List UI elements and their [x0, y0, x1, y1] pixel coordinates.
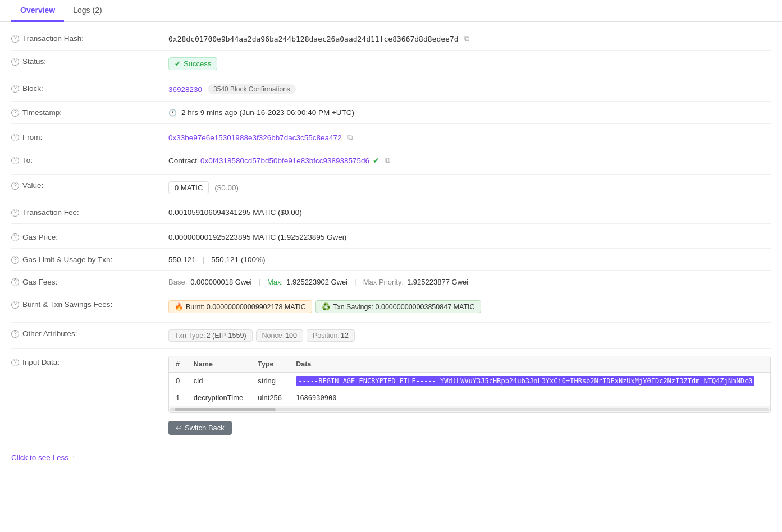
position-key: Position: — [313, 332, 340, 340]
burnt-badge: 🔥 Burnt: 0.000000000009902178 MATIC — [168, 300, 312, 313]
row-gas-fees: ? Gas Fees: Base: 0.000000018 Gwei | Max… — [11, 271, 771, 293]
click-less-toggle[interactable]: Click to see Less ↑ — [11, 442, 771, 462]
label-gas-price: ? Gas Price: — [11, 233, 168, 241]
from-address-link[interactable]: 0x33be97e6e15301988e3f326bb7dac3c55c8ea4… — [168, 134, 342, 142]
position-value: 12 — [341, 332, 349, 340]
transaction-fee-value: 0.001059106094341295 MATIC ($0.00) — [168, 208, 302, 217]
label-status: ? Status: — [11, 57, 168, 66]
help-icon-gas-fees[interactable]: ? — [11, 278, 19, 286]
help-icon-gas-limit[interactable]: ? — [11, 256, 19, 264]
label-gas-fees: ? Gas Fees: — [11, 278, 168, 286]
block-confirmations-badge: 3540 Block Confirmations — [208, 84, 296, 94]
savings-badge: ♻️ Txn Savings: 0.000000000003850847 MAT… — [315, 300, 481, 313]
help-icon-timestamp[interactable]: ? — [11, 109, 19, 117]
row-transaction-fee: ? Transaction Fee: 0.001059106094341295 … — [11, 201, 771, 224]
table-header-row: # Name Type Data — [169, 356, 770, 373]
col-header-type: Type — [251, 356, 289, 373]
tabs-bar: Overview Logs (2) — [0, 0, 782, 22]
gas-limit-value: 550,121 — [168, 255, 196, 264]
help-icon-transaction-fee[interactable]: ? — [11, 209, 19, 217]
help-icon-status[interactable]: ? — [11, 58, 19, 66]
burnt-label: Burnt: 0.000000000009902178 MATIC — [186, 303, 306, 311]
label-transaction-fee: ? Transaction Fee: — [11, 208, 168, 217]
burnt-icon: 🔥 — [175, 302, 184, 311]
cell-index-0: 0 — [169, 373, 187, 389]
col-header-name: Name — [187, 356, 251, 373]
savings-label: Txn Savings: 0.000000000003850847 MATIC — [333, 303, 475, 311]
transaction-hash-value: 0x28dc01700e9b44aa2da96ba244b128daec26a0… — [168, 35, 459, 43]
switch-back-icon: ↩ — [176, 424, 182, 432]
label-gas-limit: ? Gas Limit & Usage by Txn: — [11, 255, 168, 264]
horizontal-scrollbar[interactable] — [169, 406, 770, 412]
col-header-data: Data — [289, 356, 770, 373]
help-icon-input-data[interactable]: ? — [11, 359, 19, 366]
scrollbar-track — [170, 408, 769, 411]
pipe-separator: | — [203, 255, 205, 264]
data-normal-1: 1686930900 — [296, 394, 336, 402]
help-icon-from[interactable]: ? — [11, 134, 19, 141]
row-timestamp: ? Timestamp: 🕐 2 hrs 9 mins ago (Jun-16-… — [11, 102, 771, 124]
help-icon-other-attributes[interactable]: ? — [11, 330, 19, 338]
to-address-link[interactable]: 0x0f4318580cd57bd50bfe91e83bfcc938938575… — [200, 157, 369, 165]
savings-icon: ♻️ — [322, 302, 331, 311]
clock-icon: 🕐 — [168, 109, 177, 117]
max-priority-label: Max Priority: — [363, 278, 404, 286]
switch-back-button[interactable]: ↩ Switch Back — [168, 421, 232, 435]
base-fee-label: Base: — [168, 278, 187, 286]
tab-overview[interactable]: Overview — [11, 0, 64, 22]
pipe-separator-2: | — [258, 278, 260, 286]
table-scroll-area[interactable]: # Name Type Data 0 cid string — [169, 356, 770, 406]
cell-index-1: 1 — [169, 389, 187, 406]
timestamp-label: Timestamp: — [22, 108, 62, 117]
row-to: ? To: Contract 0x0f4318580cd57bd50bfe91e… — [11, 149, 771, 172]
copy-to-address-icon[interactable]: ⧉ — [385, 156, 390, 165]
input-data-label: Input Data: — [22, 358, 60, 366]
row-status: ? Status: ✔ Success — [11, 51, 771, 77]
value-gas-price: 0.000000001925223895 MATIC (1.925223895 … — [168, 233, 771, 241]
matic-value-box: 0 MATIC — [168, 181, 209, 194]
gas-fees-label: Gas Fees: — [22, 278, 57, 286]
success-check-icon: ✔ — [175, 59, 181, 68]
value-gas-limit: 550,121 | 550,121 (100%) — [168, 255, 771, 264]
arrow-up-icon: ↑ — [72, 454, 75, 462]
tab-logs[interactable]: Logs (2) — [64, 0, 111, 22]
block-number-link[interactable]: 36928230 — [168, 85, 202, 94]
help-icon-burnt-fees[interactable]: ? — [11, 301, 19, 309]
row-block: ? Block: 36928230 3540 Block Confirmatio… — [11, 77, 771, 102]
gas-price-label: Gas Price: — [22, 233, 58, 241]
value-block: 36928230 3540 Block Confirmations — [168, 84, 771, 94]
help-icon-gas-price[interactable]: ? — [11, 233, 19, 241]
label-input-data: ? Input Data: — [11, 356, 168, 366]
value-transaction-fee: 0.001059106094341295 MATIC ($0.00) — [168, 208, 771, 217]
help-icon-block[interactable]: ? — [11, 85, 19, 93]
nonce-value: 100 — [285, 332, 297, 340]
txn-type-value: 2 (EIP-1559) — [207, 332, 246, 340]
timestamp-value: 2 hrs 9 mins ago (Jun-16-2023 06:00:40 P… — [181, 108, 354, 117]
label-other-attributes: ? Other Attributes: — [11, 329, 168, 338]
copy-transaction-hash-icon[interactable]: ⧉ — [464, 34, 469, 43]
switch-back-label: Switch Back — [185, 424, 225, 432]
nonce-badge: Nonce: 100 — [256, 329, 303, 342]
other-attributes-label: Other Attributes: — [22, 329, 77, 338]
help-icon-to[interactable]: ? — [11, 157, 19, 164]
status-badge-text: Success — [184, 59, 211, 68]
cell-data-0: -----BEGIN AGE ENCRYPTED FILE----- YWdlL… — [289, 373, 770, 389]
table-row: 0 cid string -----BEGIN AGE ENCRYPTED FI… — [169, 373, 770, 389]
value-from: 0x33be97e6e15301988e3f326bb7dac3c55c8ea4… — [168, 133, 771, 142]
status-badge: ✔ Success — [168, 57, 217, 70]
label-timestamp: ? Timestamp: — [11, 108, 168, 117]
transaction-hash-label: Transaction Hash: — [22, 34, 84, 43]
row-gas-limit: ? Gas Limit & Usage by Txn: 550,121 | 55… — [11, 249, 771, 271]
row-other-attributes: ? Other Attributes: Txn Type: 2 (EIP-155… — [11, 323, 771, 349]
value-matic: 0 MATIC ($0.00) — [168, 181, 771, 194]
status-label: Status: — [22, 57, 46, 66]
help-icon-transaction-hash[interactable]: ? — [11, 35, 19, 43]
copy-from-address-icon[interactable]: ⧉ — [347, 133, 353, 142]
value-label: Value: — [22, 181, 43, 190]
label-burnt-fees: ? Burnt & Txn Savings Fees: — [11, 300, 168, 309]
label-transaction-hash: ? Transaction Hash: — [11, 34, 168, 43]
max-priority-value: 1.925223877 Gwei — [407, 278, 468, 286]
max-fee-value: 1.925223902 Gwei — [286, 278, 347, 286]
help-icon-value[interactable]: ? — [11, 182, 19, 190]
row-burnt-fees: ? Burnt & Txn Savings Fees: 🔥 Burnt: 0.0… — [11, 293, 771, 320]
